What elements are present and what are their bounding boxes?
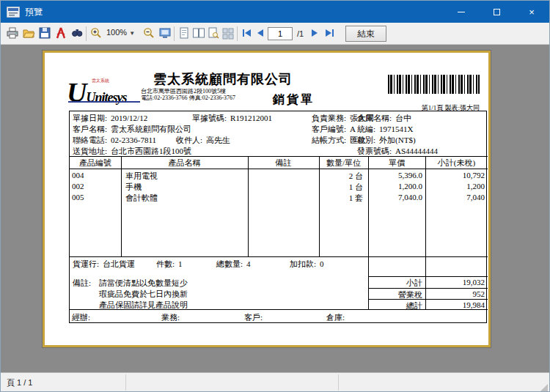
toolbar-separator [86,26,87,41]
col-header-subtotal: 小計(未稅) [425,158,488,169]
total-label: 總計 [368,300,422,311]
resize-grip[interactable] [540,384,548,391]
info-tax-id: 統編:1971541X [357,124,414,135]
table-row-code: 002 [72,182,84,191]
document-page: UUnitesys 雲太系統 雲太系統顧問有限公司 台北市萬華區西園路2段100… [43,51,491,347]
document-table: 單據日期:2019/12/12 單據號碼:R191212001 負責業務:張大同… [69,111,487,323]
table-row-code: 005 [72,193,84,201]
minimize-button[interactable] [444,1,479,23]
fit-window-icon[interactable] [158,26,172,40]
statusbar-separator [125,374,126,391]
one-page-view-icon[interactable] [177,26,191,40]
info-phone: 聯絡電話:02-2336-7811 [73,135,156,146]
titlebar: 預覽 × [1,1,549,23]
find-icon[interactable] [70,26,84,40]
statusbar-separator [338,374,339,391]
end-button[interactable]: 結束 [345,26,386,42]
close-button[interactable]: × [514,1,549,23]
page-width-view-icon[interactable] [206,26,221,40]
info-doc-no: 單據號碼:R191212001 [192,113,272,124]
total-value: 19,984 [425,300,485,309]
table-row-price: 1,200.0 [368,182,422,191]
zoom-out-icon[interactable] [142,26,156,40]
thumbnail-view-icon[interactable] [221,26,235,40]
signature-handler: 經辦: [72,312,90,323]
save-icon[interactable] [37,26,52,40]
col-header-note: 備註 [248,158,319,169]
preview-window: 預覽 × 100%▼ [0,0,550,392]
print-icon[interactable] [5,26,20,40]
signature-warehouse: 倉庫: [326,312,345,323]
logo-tagline: 雲太系統 [92,78,109,84]
table-row-name: 車用電視 [125,171,158,182]
window-title: 預覽 [25,6,43,18]
shipping-total-qty: 總數量:4 [216,259,251,270]
barcode [388,75,480,94]
info-customer-no: 客戶編號:A [312,124,356,135]
notes-line: 產品保固請詳見產品說明 [99,300,188,311]
total-label: 營業稅 [368,289,422,300]
first-page-icon[interactable] [240,26,254,40]
page-number-input[interactable] [268,27,293,40]
table-row-qty: 1 套 [319,193,363,204]
total-label: 小計 [368,278,422,289]
col-header-code: 產品編號 [70,158,121,169]
total-value: 19,032 [425,278,485,286]
info-warehouse: 倉庫名稱:台中 [357,113,411,124]
logo-underline [68,101,140,103]
shipping-adjust: 加扣款:0 [290,259,324,270]
table-row-name: 會計軟體 [125,193,158,204]
two-page-view-icon[interactable] [191,26,206,40]
company-name: 雲太系統顧問有限公司 [153,70,293,88]
statusbar: 頁 1 / 1 [1,372,549,392]
company-phones: 電話:02-2336-3766 傳真:02-2336-3767 [141,94,235,102]
zoom-level-value: 100% [106,28,127,37]
toolbar: 100%▼ /1 [1,23,549,45]
table-row-price: 7,040.0 [368,193,422,201]
total-value: 952 [425,289,485,298]
next-page-icon[interactable] [307,26,322,40]
toolbar-separator [237,26,238,41]
maximize-button[interactable] [479,1,514,23]
table-row-subtotal: 1,200 [425,182,485,191]
chevron-down-icon: ▼ [129,30,135,37]
zoom-in-icon[interactable] [89,26,103,40]
signature-sales: 業務: [161,312,180,323]
notes-label: 備註: [73,278,91,289]
info-recipient: 收件人:高先生 [176,135,230,146]
last-page-icon[interactable] [322,26,337,40]
table-row-price: 5,396.0 [368,171,422,180]
info-ship-addr: 送貨地址:台北市西園路1段100號 [73,146,191,157]
status-page-indicator: 頁 1 / 1 [7,377,32,388]
info-invoice-no: 發票號碼:AS44444444 [357,146,438,157]
info-tax-type: 稅別:外加(NT$) [357,135,416,146]
signature-customer: 客戶: [244,312,263,323]
table-row-qty: 1 台 [319,182,363,193]
previous-page-icon[interactable] [253,26,268,40]
table-row-name: 手機 [125,182,142,193]
col-header-name: 產品名稱 [121,158,248,169]
table-row-code: 004 [72,171,84,180]
notes-line: 請當便清點以免數量短少 [99,278,188,289]
shipping-carrier: 貨運行:台北貨運 [73,259,135,270]
col-header-qty: 數量/單位 [319,158,368,169]
app-icon [7,7,20,18]
export-pdf-icon[interactable] [54,26,68,40]
col-header-price: 單價 [368,158,425,169]
info-date: 單據日期:2019/12/12 [73,113,147,124]
document-title: 銷貨單 [273,92,315,108]
page-total-label: /1 [297,29,304,38]
table-row-qty: 2 台 [319,171,363,182]
notes-line: 瑕疵品免費於七日內換新 [99,289,188,300]
table-row-subtotal: 7,040 [425,193,485,201]
table-row-subtotal: 10,792 [425,171,485,180]
shipping-pieces: 件數:1 [156,259,183,270]
open-icon[interactable] [21,26,36,40]
toolbar-separator [174,26,175,41]
zoom-level-dropdown[interactable]: 100%▼ [106,28,135,37]
preview-area: UUnitesys 雲太系統 雲太系統顧問有限公司 台北市萬華區西園路2段100… [1,45,549,372]
info-customer: 客戶名稱:雲太系統顧問有限公司 [73,124,191,135]
